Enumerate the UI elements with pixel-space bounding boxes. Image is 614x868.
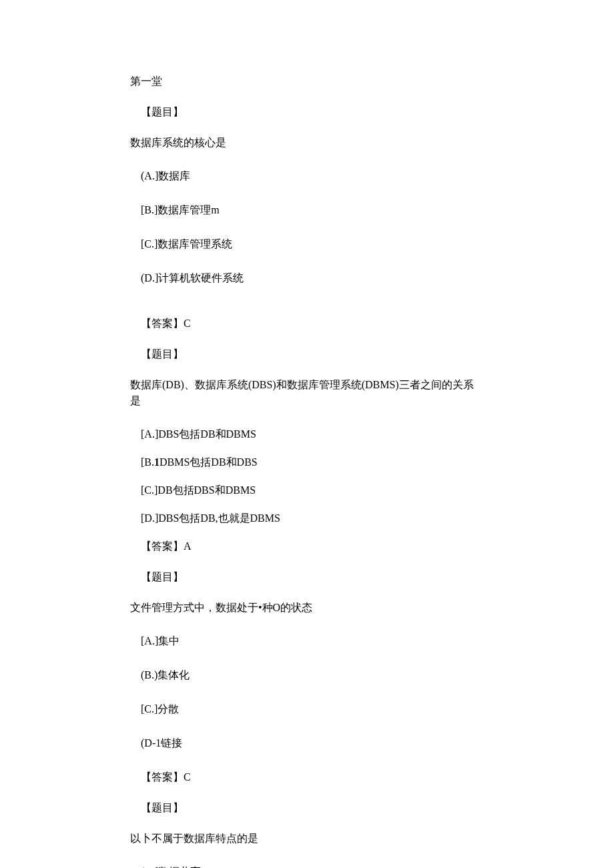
option-b: (B.)集体化 [130,667,484,683]
answer-label: 【答案】 [141,540,184,552]
option-c: [C.]分散 [130,701,484,717]
option-b-prefix: [B. [141,456,154,468]
option-d: (D-1链接 [130,735,484,751]
answer-value: C [184,771,191,783]
question-stem: 以卜不属于数据库特点的是 [130,831,484,847]
option-a: (A.]数据库 [130,168,484,184]
question-label: 【题目】 [130,346,484,362]
answer-value: A [184,540,192,552]
option-a: [A.]DBS包括DB和DBMS [130,426,484,442]
question-label: 【题目】 [130,569,484,585]
option-a: [A.]集中 [130,633,484,649]
option-b: [B.]数据库管理m [130,202,484,218]
option-b: [B.1DBMS包括DB和DBS [130,454,484,470]
question-stem: 数据库系统的核心是 [130,135,484,151]
question-stem: 数据库(DB)、数据库系统(DBS)和数据库管理系统(DBMS)三者之间的关系是 [130,377,484,409]
answer-value: C [184,318,191,329]
option-b-bold: 1 [154,456,160,468]
question-label: 【题目】 [130,800,484,816]
answer-line: 【答案】A [130,538,484,554]
answer-line: 【答案】C [130,316,484,332]
option-d: [D.]DBS包括DB,也就是DBMS [130,510,484,526]
option-a: (A.]数据共享 [130,864,484,868]
document-page: 第一堂 【题目】 数据库系统的核心是 (A.]数据库 [B.]数据库管理m [C… [0,0,614,868]
answer-label: 【答案】 [141,771,184,783]
answer-label: 【答案】 [141,318,184,329]
question-stem: 文件管理方式中，数据处于•种O的状态 [130,600,484,616]
option-d: (D.]计算机软硬件系统 [130,270,484,286]
option-c: [C.]DB包括DBS和DBMS [130,482,484,498]
option-b-suffix: DBMS包括DB和DBS [160,456,258,468]
question-label: 【题目】 [130,104,484,120]
option-c: [C.]数据库管理系统 [130,236,484,252]
answer-line: 【答案】C [130,769,484,785]
section-header: 第一堂 [130,73,484,89]
